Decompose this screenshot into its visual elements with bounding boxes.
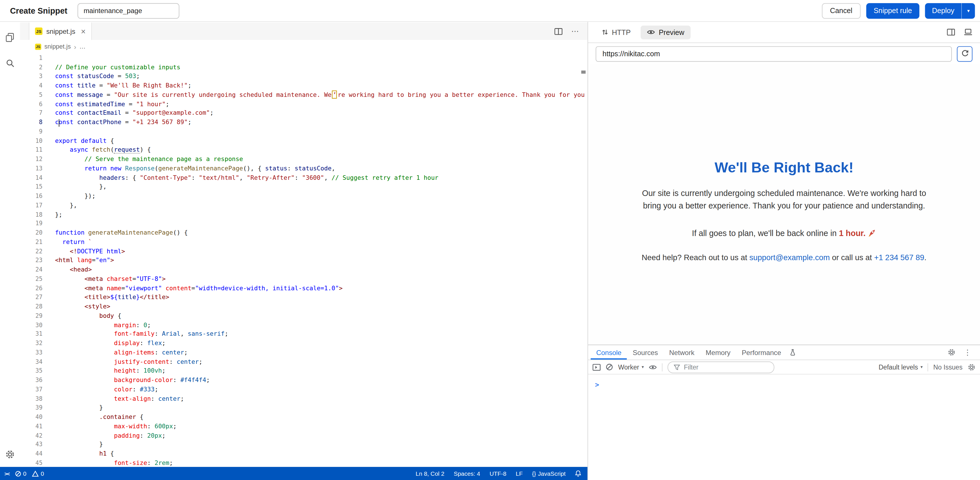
notifications-bell-icon[interactable] [575, 470, 581, 477]
device-icon[interactable] [964, 29, 973, 35]
code-line[interactable]: 10export default { [20, 136, 587, 145]
deploy-button[interactable]: Deploy [925, 3, 961, 19]
line-number: 31 [20, 330, 42, 337]
problems-warnings[interactable]: 0 [32, 470, 44, 477]
code-line[interactable]: 9 [20, 127, 587, 136]
code-line[interactable]: 5const message = "Our site is currently … [20, 90, 587, 99]
encoding[interactable]: UTF-8 [490, 470, 506, 477]
code-line[interactable]: 43 } [20, 440, 587, 449]
code-line[interactable]: 29 body { [20, 311, 587, 320]
tab-sources[interactable]: Sources [627, 345, 663, 360]
editor-region: JS snippet.js × ⋯ JS snippet.js › … 12//… [20, 22, 587, 467]
settings-gear-icon[interactable] [5, 449, 15, 459]
code-line[interactable]: 26 <meta name="viewport" content="width=… [20, 283, 587, 292]
code-line[interactable]: 27 <title>${title}</title> [20, 293, 587, 302]
editor-tab-snippet-js[interactable]: JS snippet.js × [29, 22, 92, 40]
code-line[interactable]: 22 <!DOCTYPE html> [20, 247, 587, 256]
email-link[interactable]: support@example.com [749, 253, 830, 262]
tab-close-icon[interactable]: × [81, 27, 86, 35]
console-sidebar-icon[interactable] [592, 364, 601, 371]
split-editor-icon[interactable] [554, 28, 563, 35]
language-mode[interactable]: {} JavaScript [532, 470, 566, 477]
problems-errors[interactable]: 0 [15, 470, 27, 477]
code-line[interactable]: 19 [20, 219, 587, 228]
code-line[interactable]: 11 async fetch(request) { [20, 145, 587, 154]
devtools-more-icon[interactable]: ⋮ [964, 349, 971, 356]
code-line[interactable]: 12 // Serve the maintenance page as a re… [20, 154, 587, 163]
log-levels-dropdown[interactable]: Default levels▾ [878, 363, 923, 371]
code-line[interactable]: 2// Define your customizable inputs [20, 62, 587, 71]
error-icon [15, 470, 21, 477]
code-line[interactable]: 39 } [20, 403, 587, 412]
refresh-button[interactable] [957, 46, 973, 62]
code-line[interactable]: 31 font-family: Arial, sans-serif; [20, 329, 587, 338]
code-line[interactable]: 17 }, [20, 200, 587, 209]
devtools-settings-gear-icon[interactable] [948, 348, 956, 356]
console-settings-gear-icon[interactable] [967, 363, 976, 371]
code-line[interactable]: 37 color: #333; [20, 385, 587, 394]
line-number: 25 [20, 275, 42, 282]
panel-layout-icon[interactable] [947, 29, 955, 35]
code-line[interactable]: 24 <head> [20, 265, 587, 274]
code-line[interactable]: 20function generateMaintenancePage() { [20, 228, 587, 237]
code-line[interactable]: 8const contactPhone = "+1 234 567 89"; [20, 117, 587, 127]
url-input[interactable] [595, 46, 952, 62]
code-line[interactable]: 4const title = "We'll Be Right Back!"; [20, 81, 587, 90]
code-line[interactable]: 7const contactEmail = "support@example.c… [20, 108, 587, 117]
tab-http[interactable]: HTTP [595, 25, 637, 39]
tab-network[interactable]: Network [663, 345, 700, 360]
code-line[interactable]: 16 }); [20, 191, 587, 200]
code-line[interactable]: 36 background-color: #f4f4f4; [20, 375, 587, 384]
tab-memory[interactable]: Memory [700, 345, 736, 360]
code-line[interactable]: 35 height: 100vh; [20, 366, 587, 375]
snippet-rule-button[interactable]: Snippet rule [866, 3, 920, 19]
code-line[interactable]: 38 text-align: center; [20, 394, 587, 403]
deploy-split-button: Deploy ▾ [925, 3, 975, 19]
cursor-position[interactable]: Ln 8, Col 2 [416, 470, 444, 477]
code-line[interactable]: 30 margin: 0; [20, 320, 587, 329]
code-line[interactable]: 32 display: flex; [20, 339, 587, 348]
remote-indicator[interactable]: >< [4, 470, 9, 477]
editor-tab-label: snippet.js [46, 27, 75, 35]
preview-message: Our site is currently undergoing schedul… [588, 187, 980, 212]
phone-link[interactable]: +1 234 567 89 [874, 253, 924, 262]
preview-heading: We'll Be Right Back! [588, 159, 980, 176]
eol-sequence[interactable]: LF [516, 470, 523, 477]
console-filter-input[interactable]: Filter [668, 361, 775, 373]
code-line[interactable]: 1 [20, 53, 587, 62]
tab-performance[interactable]: Performance [736, 345, 787, 360]
editor-more-actions-icon[interactable]: ⋯ [571, 27, 579, 35]
code-line[interactable]: 18}; [20, 210, 587, 219]
code-line[interactable]: 23<html lang="en"> [20, 256, 587, 265]
tab-console[interactable]: Console [591, 345, 627, 360]
code-line[interactable]: 34 justify-content: center; [20, 357, 587, 366]
deploy-dropdown-button[interactable]: ▾ [961, 3, 975, 19]
code-line[interactable]: 45 font-size: 2rem; [20, 458, 587, 467]
live-expression-eye-icon[interactable] [649, 364, 657, 370]
code-line[interactable]: 13 return new Response(generateMaintenan… [20, 163, 587, 173]
code-line[interactable]: 44 h1 { [20, 449, 587, 458]
code-line[interactable]: 3const statusCode = 503; [20, 71, 587, 81]
code-line[interactable]: 41 max-width: 600px; [20, 421, 587, 430]
tab-preview[interactable]: Preview [641, 25, 691, 39]
cancel-button[interactable]: Cancel [822, 3, 861, 19]
code-line[interactable]: 25 <meta charset="UTF-8"> [20, 274, 587, 283]
code-line[interactable]: 33 align-items: center; [20, 348, 587, 357]
code-line[interactable]: 14 headers: { "Content-Type": "text/html… [20, 173, 587, 182]
code-line[interactable]: 21 return ` [20, 237, 587, 246]
breadcrumb[interactable]: JS snippet.js › … [20, 40, 587, 53]
code-editor[interactable]: 12// Define your customizable inputs3con… [20, 53, 587, 467]
clear-console-icon[interactable] [606, 363, 613, 371]
code-line[interactable]: 6const estimatedTime = "1 hour"; [20, 99, 587, 108]
indentation[interactable]: Spaces: 4 [454, 470, 480, 477]
snippet-name-input[interactable] [77, 3, 179, 19]
search-icon[interactable] [5, 58, 15, 68]
code-line[interactable]: 40 .container { [20, 412, 587, 421]
code-line[interactable]: 42 padding: 20px; [20, 431, 587, 440]
copy-icon[interactable] [5, 32, 15, 42]
console-output[interactable]: > [588, 375, 980, 480]
code-line[interactable]: 28 <style> [20, 302, 587, 311]
overview-ruler-marker [581, 70, 585, 74]
code-line[interactable]: 15 }, [20, 182, 587, 191]
context-selector[interactable]: Worker▾ [618, 363, 644, 371]
